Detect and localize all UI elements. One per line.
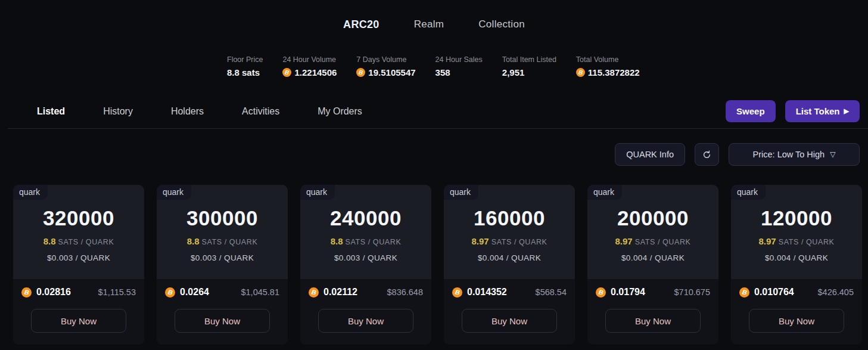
sats-rate: 8.97SATS / QUARK	[587, 236, 718, 246]
top-nav: ARC20 Realm Collection	[0, 0, 868, 31]
price-row: B 0.014352 $568.54	[452, 287, 567, 298]
listing-card: quark 200000 8.97SATS / QUARK $0.004 / Q…	[587, 185, 718, 345]
tabs-row: Listed History Holders Activities My Ord…	[0, 100, 868, 123]
tab-holders[interactable]: Holders	[171, 106, 204, 117]
token-amount: 200000	[587, 206, 718, 230]
usd-rate: $0.003 / QUARK	[300, 253, 431, 262]
bitcoin-icon: B	[282, 68, 291, 77]
bitcoin-icon: B	[596, 287, 606, 298]
card-top: quark 160000 8.97SATS / QUARK $0.004 / Q…	[444, 185, 575, 279]
usd-rate: $0.004 / QUARK	[731, 253, 862, 262]
listing-card: quark 160000 8.97SATS / QUARK $0.004 / Q…	[444, 185, 575, 345]
btc-price: 0.010764	[754, 287, 794, 298]
stat-value: 358	[435, 67, 483, 78]
card-bottom: B 0.02112 $836.648 Buy Now	[300, 279, 431, 345]
token-tag: quark	[587, 185, 622, 200]
btc-price: 0.02112	[323, 287, 357, 298]
usd-price: $568.54	[536, 287, 567, 297]
usd-rate: $0.004 / QUARK	[587, 253, 718, 262]
token-amount: 120000	[731, 206, 862, 230]
token-tag: quark	[157, 185, 191, 200]
token-amount: 300000	[157, 206, 288, 230]
buy-now-button[interactable]: Buy Now	[31, 309, 126, 333]
card-bottom: B 0.01794 $710.675 Buy Now	[587, 279, 718, 345]
buy-now-button[interactable]: Buy Now	[462, 309, 557, 333]
token-tag: quark	[13, 185, 48, 200]
sats-rate: 8.8SATS / QUARK	[300, 236, 431, 246]
usd-price: $1,115.53	[98, 287, 136, 297]
token-amount: 160000	[444, 206, 575, 230]
token-tag: quark	[731, 185, 766, 200]
sort-dropdown[interactable]: Price: Low To High ▽	[729, 143, 860, 166]
sats-rate: 8.97SATS / QUARK	[731, 236, 862, 246]
sats-rate: 8.97SATS / QUARK	[444, 236, 575, 246]
sats-rate: 8.8SATS / QUARK	[13, 236, 144, 246]
listing-card: quark 300000 8.8SATS / QUARK $0.003 / QU…	[157, 185, 288, 345]
buy-now-button[interactable]: Buy Now	[749, 309, 844, 333]
stat-label: Total Item Listed	[502, 55, 556, 64]
card-bottom: B 0.010764 $426.405 Buy Now	[731, 279, 862, 345]
listing-grid: quark 320000 8.8SATS / QUARK $0.003 / QU…	[13, 185, 868, 345]
refresh-icon	[702, 150, 711, 159]
stat-label: 24 Hour Volume	[282, 55, 337, 64]
buy-now-button[interactable]: Buy Now	[175, 309, 270, 333]
token-amount: 240000	[300, 206, 431, 230]
btc-price: 0.0264	[180, 287, 209, 298]
sweep-button[interactable]: Sweep	[726, 100, 776, 122]
card-top: quark 120000 8.97SATS / QUARK $0.004 / Q…	[731, 185, 862, 279]
stat-total-listed: Total Item Listed 2,951	[502, 55, 556, 78]
price-row: B 0.01794 $710.675	[596, 287, 710, 298]
stat-floor-price: Floor Price 8.8 sats	[227, 55, 263, 78]
listing-card: quark 240000 8.8SATS / QUARK $0.003 / QU…	[300, 185, 431, 345]
quark-info-button[interactable]: QUARK Info	[615, 143, 685, 166]
listing-card: quark 320000 8.8SATS / QUARK $0.003 / QU…	[13, 185, 144, 345]
refresh-button[interactable]	[695, 143, 719, 166]
stat-24h-sales: 24 Hour Sales 358	[435, 55, 483, 78]
tab-listed[interactable]: Listed	[37, 106, 65, 117]
bitcoin-icon: B	[165, 287, 175, 298]
sats-rate: 8.8SATS / QUARK	[157, 236, 288, 246]
stat-value: 8.8 sats	[227, 67, 263, 78]
bitcoin-icon: B	[21, 287, 32, 298]
nav-item-arc20[interactable]: ARC20	[343, 18, 379, 31]
chevron-down-icon: ▽	[830, 150, 835, 159]
usd-price: $1,045.81	[241, 287, 279, 297]
price-row: B 0.0264 $1,045.81	[165, 287, 279, 298]
list-token-button[interactable]: List Token ▶	[785, 100, 860, 122]
card-top: quark 200000 8.97SATS / QUARK $0.004 / Q…	[587, 185, 718, 279]
nav-item-realm[interactable]: Realm	[414, 18, 444, 31]
card-top: quark 240000 8.8SATS / QUARK $0.003 / QU…	[300, 185, 431, 279]
play-icon: ▶	[844, 108, 849, 114]
usd-price: $710.675	[674, 287, 710, 297]
nav-item-collection[interactable]: Collection	[478, 18, 525, 31]
btc-price: 0.01794	[611, 287, 645, 298]
stat-value: B 19.5105547	[356, 67, 415, 78]
tab-my-orders[interactable]: My Orders	[318, 106, 362, 117]
listing-card: quark 120000 8.97SATS / QUARK $0.004 / Q…	[731, 185, 862, 345]
bitcoin-icon: B	[452, 287, 462, 298]
bitcoin-icon: B	[309, 287, 319, 298]
stat-label: Total Volume	[576, 55, 640, 64]
token-amount: 320000	[13, 206, 144, 230]
buy-now-button[interactable]: Buy Now	[605, 309, 701, 333]
stat-total-volume: Total Volume B 115.3872822	[576, 55, 640, 78]
tabs: Listed History Holders Activities My Ord…	[37, 106, 362, 117]
buy-now-button[interactable]: Buy Now	[318, 309, 413, 333]
bitcoin-icon: B	[739, 287, 749, 298]
stat-value: B 1.2214506	[282, 67, 337, 78]
btc-price: 0.014352	[467, 287, 507, 298]
bitcoin-icon: B	[576, 68, 585, 77]
stat-value: 2,951	[502, 67, 556, 78]
price-row: B 0.02112 $836.648	[309, 287, 423, 298]
stat-value: B 115.3872822	[576, 67, 640, 78]
listing-toolbar: QUARK Info Price: Low To High ▽	[0, 143, 860, 166]
tab-history[interactable]: History	[103, 106, 133, 117]
tab-activities[interactable]: Activities	[242, 106, 279, 117]
usd-price: $836.648	[387, 287, 423, 297]
usd-rate: $0.004 / QUARK	[444, 253, 575, 262]
token-tag: quark	[300, 185, 335, 200]
usd-price: $426.405	[818, 287, 854, 297]
price-row: B 0.02816 $1,115.53	[21, 287, 136, 298]
card-top: quark 300000 8.8SATS / QUARK $0.003 / QU…	[157, 185, 288, 279]
price-row: B 0.010764 $426.405	[739, 287, 854, 298]
